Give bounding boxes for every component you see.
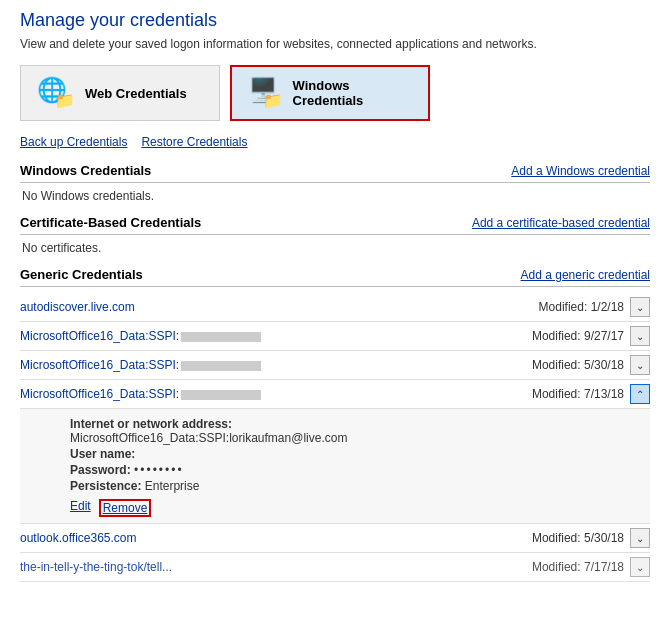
persistence-label: Persistence: [70, 479, 141, 493]
edit-link[interactable]: Edit [70, 499, 91, 517]
tab-web-label: Web Credentials [85, 86, 187, 101]
cred-right-1: Modified: 9/27/17 ⌄ [532, 326, 650, 346]
cred-modified-2: Modified: 5/30/18 [532, 358, 624, 372]
tab-row: 🌐 📁 Web Credentials 🖥️ 📁 Windows Credent… [20, 65, 650, 121]
username-row: User name: [70, 447, 640, 461]
chevron-btn-1[interactable]: ⌄ [630, 326, 650, 346]
add-certificate-credential-link[interactable]: Add a certificate-based credential [472, 216, 650, 230]
windows-credentials-icon: 🖥️ 📁 [248, 76, 283, 110]
certificate-section-title: Certificate-Based Credentials [20, 215, 201, 230]
address-label: Internet or network address: [70, 417, 232, 431]
table-row: MicrosoftOffice16_Data:SSPI: Modified: 9… [20, 322, 650, 351]
certificate-credentials-section: Certificate-Based Credentials Add a cert… [20, 215, 650, 255]
windows-credentials-section: Windows Credentials Add a Windows creden… [20, 163, 650, 203]
restore-credentials-link[interactable]: Restore Credentials [141, 135, 247, 149]
add-windows-credential-link[interactable]: Add a Windows credential [511, 164, 650, 178]
cred-modified-3: Modified: 7/13/18 [532, 387, 624, 401]
page-title: Manage your credentials [20, 10, 650, 31]
chevron-btn-3[interactable]: ⌃ [630, 384, 650, 404]
cred-name-5[interactable]: the-in-tell-y-the-ting-tok/tell... [20, 560, 172, 574]
cred-modified-4: Modified: 5/30/18 [532, 531, 624, 545]
cred-modified-0: Modified: 1/2/18 [539, 300, 624, 314]
page-subtitle: View and delete your saved logon informa… [20, 37, 650, 51]
tab-windows-credentials[interactable]: 🖥️ 📁 Windows Credentials [230, 65, 430, 121]
chevron-btn-0[interactable]: ⌄ [630, 297, 650, 317]
backup-restore-row: Back up Credentials Restore Credentials [20, 135, 650, 149]
cred-name-2[interactable]: MicrosoftOffice16_Data:SSPI: [20, 358, 261, 372]
cred-right-5: Modified: 7/17/18 ⌄ [532, 557, 650, 577]
table-row: MicrosoftOffice16_Data:SSPI: Modified: 7… [20, 380, 650, 409]
cred-name-0[interactable]: autodiscover.live.com [20, 300, 135, 314]
table-row: outlook.office365.com Modified: 5/30/18 … [20, 524, 650, 553]
generic-credentials-section: Generic Credentials Add a generic creden… [20, 267, 650, 582]
expanded-detail-3: Internet or network address: MicrosoftOf… [20, 409, 650, 524]
tab-web-credentials[interactable]: 🌐 📁 Web Credentials [20, 65, 220, 121]
certificate-no-items: No certificates. [22, 241, 650, 255]
generic-section-title: Generic Credentials [20, 267, 143, 282]
remove-link[interactable]: Remove [99, 499, 152, 517]
generic-section-header: Generic Credentials Add a generic creden… [20, 267, 650, 287]
password-value: •••••••• [134, 463, 184, 477]
table-row: the-in-tell-y-the-ting-tok/tell... Modif… [20, 553, 650, 582]
persistence-value: Enterprise [145, 479, 200, 493]
web-credentials-icon: 🌐 📁 [37, 76, 75, 110]
chevron-btn-2[interactable]: ⌄ [630, 355, 650, 375]
add-generic-credential-link[interactable]: Add a generic credential [521, 268, 650, 282]
table-row: autodiscover.live.com Modified: 1/2/18 ⌄ [20, 293, 650, 322]
cred-name-1[interactable]: MicrosoftOffice16_Data:SSPI: [20, 329, 261, 343]
address-value: MicrosoftOffice16_Data:SSPI:lorikaufman@… [70, 431, 347, 445]
chevron-btn-4[interactable]: ⌄ [630, 528, 650, 548]
windows-section-header: Windows Credentials Add a Windows creden… [20, 163, 650, 183]
cred-modified-5: Modified: 7/17/18 [532, 560, 624, 574]
cred-right-3: Modified: 7/13/18 ⌃ [532, 384, 650, 404]
cred-right-4: Modified: 5/30/18 ⌄ [532, 528, 650, 548]
windows-section-title: Windows Credentials [20, 163, 151, 178]
backup-credentials-link[interactable]: Back up Credentials [20, 135, 127, 149]
tab-windows-label: Windows Credentials [293, 78, 412, 108]
persistence-row: Persistence: Enterprise [70, 479, 640, 493]
cred-name-4[interactable]: outlook.office365.com [20, 531, 137, 545]
certificate-section-header: Certificate-Based Credentials Add a cert… [20, 215, 650, 235]
cred-right-2: Modified: 5/30/18 ⌄ [532, 355, 650, 375]
password-row: Password: •••••••• [70, 463, 640, 477]
username-label: User name: [70, 447, 135, 461]
action-row: Edit Remove [70, 499, 640, 517]
windows-no-items: No Windows credentials. [22, 189, 650, 203]
chevron-btn-5[interactable]: ⌄ [630, 557, 650, 577]
cred-right-0: Modified: 1/2/18 ⌄ [539, 297, 650, 317]
password-label: Password: [70, 463, 131, 477]
address-row: Internet or network address: MicrosoftOf… [70, 417, 640, 445]
cred-name-3[interactable]: MicrosoftOffice16_Data:SSPI: [20, 387, 261, 401]
table-row: MicrosoftOffice16_Data:SSPI: Modified: 5… [20, 351, 650, 380]
cred-modified-1: Modified: 9/27/17 [532, 329, 624, 343]
